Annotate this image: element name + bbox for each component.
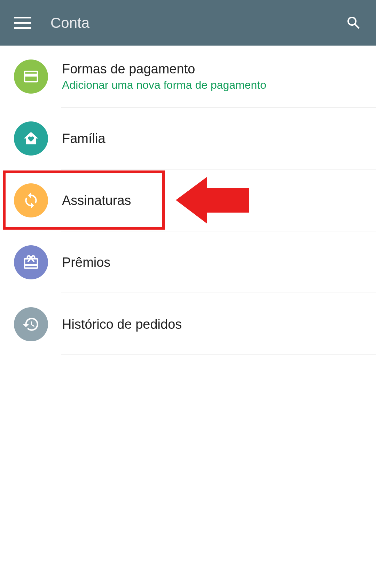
card-icon — [14, 59, 48, 94]
list-item-order-history[interactable]: Histórico de pedidos — [0, 293, 376, 355]
history-icon — [14, 307, 48, 341]
menu-icon[interactable] — [14, 14, 31, 32]
gift-icon — [14, 245, 48, 279]
list-item-rewards[interactable]: Prêmios — [0, 231, 376, 293]
list-item-title: Prêmios — [62, 255, 110, 270]
home-heart-icon — [14, 121, 48, 156]
list-item-subtitle: Adicionar uma nova forma de pagamento — [62, 79, 266, 92]
refresh-icon — [14, 183, 48, 217]
list-item-title: Família — [62, 131, 105, 146]
app-header: Conta — [0, 0, 376, 46]
list-item-payment-methods[interactable]: Formas de pagamento Adicionar uma nova f… — [0, 46, 376, 108]
page-title: Conta — [50, 15, 89, 31]
search-icon[interactable] — [345, 15, 362, 31]
list-item-title: Formas de pagamento — [62, 62, 266, 77]
list-item-family[interactable]: Família — [0, 108, 376, 169]
account-menu-list: Formas de pagamento Adicionar uma nova f… — [0, 46, 376, 355]
list-item-subscriptions[interactable]: Assinaturas — [0, 169, 376, 231]
list-item-title: Histórico de pedidos — [62, 317, 182, 332]
list-item-title: Assinaturas — [62, 193, 131, 208]
